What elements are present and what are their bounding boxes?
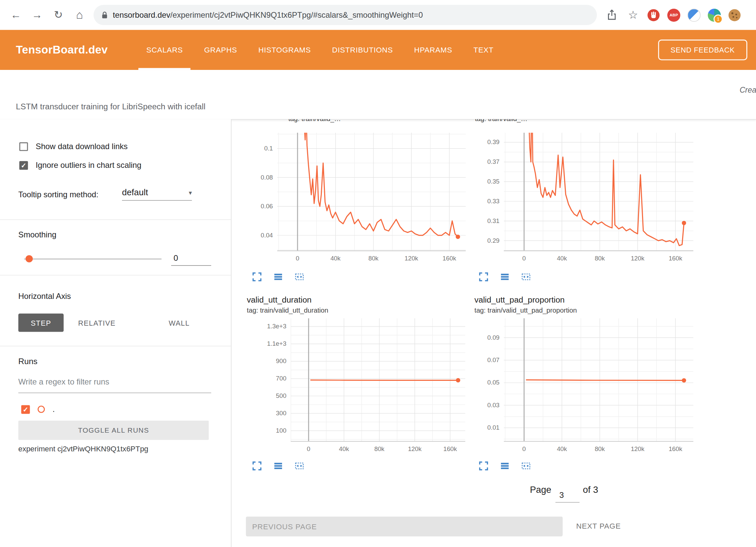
check-icon: ✓ <box>21 162 26 169</box>
url-domain: tensorboard.dev <box>113 10 170 19</box>
show-download-links-row: Show data download links <box>19 142 128 151</box>
fit-domain-icon[interactable] <box>294 271 305 282</box>
back-icon[interactable]: ← <box>9 8 23 22</box>
chart-tag-text: tag: train/valid_… <box>288 119 394 122</box>
data-table-icon[interactable] <box>500 461 510 471</box>
chart-title: valid_utt_duration <box>247 295 312 305</box>
ignore-outliers-checkbox[interactable]: ✓ <box>19 161 28 170</box>
previous-page-button[interactable]: PREVIOUS PAGE <box>246 517 563 536</box>
send-feedback-button[interactable]: SEND FEEDBACK <box>658 39 747 60</box>
chart-tag: tag: train/valid_utt_pad_proportion <box>475 306 577 314</box>
svg-text:40k: 40k <box>339 445 349 452</box>
tab-histograms[interactable]: HISTOGRAMS <box>250 30 320 70</box>
avatar-badge: 1 <box>714 14 723 23</box>
toggle-all-runs-button[interactable]: TOGGLE ALL RUNS <box>18 421 209 440</box>
tab-graphs[interactable]: GRAPHS <box>196 30 246 70</box>
svg-text:80k: 80k <box>595 445 605 452</box>
chart-tag-clipped: tag: train/valid_… <box>475 119 591 123</box>
home-icon[interactable]: ⌂ <box>72 8 87 22</box>
smoothing-label: Smoothing <box>18 230 56 239</box>
tab-scalars[interactable]: SCALARS <box>138 30 192 70</box>
next-page-button[interactable]: NEXT PAGE <box>573 521 624 531</box>
run-checkbox[interactable]: ✓ <box>21 405 30 414</box>
smoothing-slider-track[interactable] <box>24 258 161 259</box>
tab-hparams[interactable]: HPARAMS <box>405 30 461 70</box>
chart-valid-loss-2[interactable]: 040k80k120k160k0.390.370.350.330.310.29 <box>477 133 694 265</box>
tab-label: HPARAMS <box>414 45 452 54</box>
runs-label: Runs <box>18 357 37 367</box>
chart-valid-utt-duration[interactable]: 040k80k120k160k1.3e+31.1e+39007005003001… <box>264 318 466 456</box>
tab-label: DISTRIBUTIONS <box>332 45 393 54</box>
svg-text:900: 900 <box>276 357 286 364</box>
divider <box>0 275 231 275</box>
svg-text:0.03: 0.03 <box>487 402 499 409</box>
show-download-links-label: Show data download links <box>36 142 128 151</box>
app-logo[interactable]: TensorBoard.dev <box>16 43 108 57</box>
svg-text:0.35: 0.35 <box>487 178 499 185</box>
svg-text:0.08: 0.08 <box>261 174 273 181</box>
run-color-circle[interactable] <box>38 406 45 413</box>
svg-text:300: 300 <box>276 410 286 417</box>
fit-domain-icon[interactable] <box>521 271 531 282</box>
profile-avatar[interactable]: 1 <box>708 8 721 21</box>
reload-icon[interactable]: ↻ <box>51 8 66 22</box>
tab-distributions[interactable]: DISTRIBUTIONS <box>324 30 402 70</box>
tab-text[interactable]: TEXT <box>465 30 502 70</box>
data-table-icon[interactable] <box>273 271 284 282</box>
svg-text:0.39: 0.39 <box>487 138 499 145</box>
share-icon[interactable] <box>605 8 619 22</box>
smoothing-value-input[interactable]: 0 <box>171 251 211 266</box>
svg-text:120k: 120k <box>408 445 422 452</box>
svg-text:0.04: 0.04 <box>261 232 273 239</box>
fit-domain-icon[interactable] <box>521 461 531 471</box>
axis-relative-button[interactable]: RELATIVE <box>71 314 123 331</box>
divider <box>0 219 231 220</box>
expand-chart-icon[interactable] <box>478 461 489 471</box>
svg-text:0.06: 0.06 <box>261 203 273 210</box>
experiment-description: LSTM transducer training for LibriSpeech… <box>16 102 206 112</box>
svg-text:1.3e+3: 1.3e+3 <box>267 323 286 330</box>
cookie-icon[interactable] <box>728 8 741 21</box>
expand-chart-icon[interactable] <box>252 461 262 471</box>
page-number-input[interactable]: 3 <box>555 488 580 503</box>
browser-window: ← → ↻ ⌂ tensorboard.dev/experiment/cj2vt… <box>0 0 756 547</box>
svg-text:40k: 40k <box>331 255 341 262</box>
svg-text:0.31: 0.31 <box>487 217 499 224</box>
fit-domain-icon[interactable] <box>294 461 305 471</box>
axis-step-button[interactable]: STEP <box>18 314 64 332</box>
data-table-icon[interactable] <box>273 461 284 471</box>
runs-filter-input[interactable]: Write a regex to filter runs <box>18 377 211 393</box>
experiment-name: experiment cj2vtPiwQHKN9Q1tx6PTpg <box>18 445 148 453</box>
chart-actions <box>478 271 531 282</box>
address-bar[interactable]: tensorboard.dev/experiment/cj2vtPiwQHKN9… <box>94 5 597 25</box>
svg-text:0.29: 0.29 <box>487 237 499 244</box>
svg-text:80k: 80k <box>368 255 379 262</box>
bookmark-star-icon[interactable]: ☆ <box>626 8 640 22</box>
settings-sidebar <box>0 119 231 547</box>
extension-icon[interactable] <box>687 8 701 21</box>
forward-icon[interactable]: → <box>30 8 44 22</box>
axis-wall-button[interactable]: WALL <box>161 314 198 331</box>
chevron-down-icon: ▾ <box>189 189 192 196</box>
svg-text:0.01: 0.01 <box>487 424 499 431</box>
expand-chart-icon[interactable] <box>252 271 262 282</box>
abp-extension-icon[interactable]: ABP <box>667 8 680 21</box>
svg-text:160k: 160k <box>444 445 457 452</box>
svg-text:40k: 40k <box>557 255 567 262</box>
smoothing-slider-thumb[interactable] <box>25 255 33 262</box>
svg-text:40k: 40k <box>557 445 567 452</box>
tooltip-sorting-label: Tooltip sorting method: <box>18 190 98 199</box>
chart-tag-clipped: tag: train/valid_… <box>288 119 394 123</box>
show-download-links-checkbox[interactable] <box>19 142 28 151</box>
data-table-icon[interactable] <box>500 271 510 282</box>
chart-valid-utt-pad-proportion[interactable]: 040k80k120k160k0.090.070.050.030.01 <box>477 318 694 456</box>
created-text-clipped: Crea <box>740 86 756 95</box>
svg-text:0.33: 0.33 <box>487 198 499 205</box>
tooltip-sorting-dropdown[interactable]: default ▾ <box>122 188 192 201</box>
svg-text:160k: 160k <box>669 255 682 262</box>
svg-text:0: 0 <box>522 445 526 452</box>
chart-valid-loss-1[interactable]: 040k80k120k160k0.10.080.060.04 <box>251 133 467 265</box>
expand-chart-icon[interactable] <box>478 271 489 282</box>
svg-text:0: 0 <box>307 445 310 452</box>
adblock-extension-icon[interactable] <box>647 8 660 21</box>
